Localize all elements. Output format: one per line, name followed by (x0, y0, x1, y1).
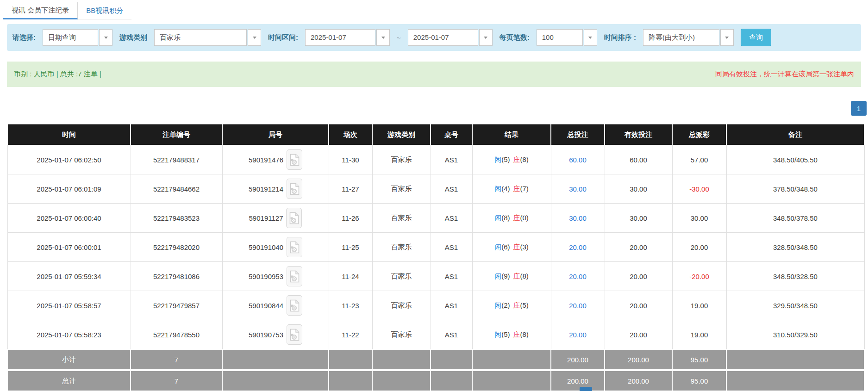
summary-total-bet: 200.00 (551, 349, 605, 370)
cell-result: 闲(9)庄(8) (472, 262, 551, 291)
total-bet-link[interactable]: 20.00 (569, 273, 587, 280)
tab-video-member-bet-records[interactable]: 视讯 会员下注纪录 (3, 2, 78, 19)
film-icon (290, 241, 300, 254)
summary-payout: 95.00 (672, 370, 726, 391)
round-number: 590191040 (249, 243, 283, 251)
query-type-value[interactable]: 日期查询 (43, 29, 98, 46)
cell-payout: 57.00 (672, 145, 726, 174)
page-size-select[interactable]: 100 (537, 29, 597, 46)
cell-time: 2025-01-07 06:02:50 (7, 145, 131, 174)
cell-bet-number: 522179479857 (131, 291, 222, 320)
chevron-down-icon[interactable] (248, 29, 261, 46)
total-bet-link[interactable]: 30.00 (569, 185, 587, 193)
summary-valid-bet: 200.00 (605, 349, 672, 370)
cell-table-id: AS1 (431, 145, 472, 174)
cell-result: 闲(8)庄(0) (472, 204, 551, 233)
chevron-down-icon[interactable] (99, 29, 112, 46)
search-button[interactable]: 查询 (741, 29, 771, 46)
time-sort-select[interactable]: 降幂(由大到小) (643, 29, 734, 46)
cell-bet-number: 522179478550 (131, 320, 222, 350)
cell-note: 348.50/405.50 (726, 145, 864, 174)
banker-result: 庄 (513, 272, 520, 280)
cell-time: 2025-01-07 06:00:40 (7, 204, 131, 233)
video-replay-button[interactable] (287, 179, 302, 199)
video-replay-button[interactable] (286, 208, 302, 228)
banker-result: 庄 (513, 214, 520, 222)
cell-session: 11-30 (329, 145, 372, 174)
cell-table-id: AS1 (431, 320, 472, 350)
cell-table-id: AS1 (431, 291, 472, 320)
video-replay-button[interactable] (287, 295, 302, 316)
cell-time: 2025-01-07 05:58:57 (7, 291, 131, 320)
cell-valid-bet: 30.00 (605, 204, 672, 233)
player-result: 闲 (494, 243, 501, 251)
table-row: 2025-01-07 05:58:23 522179478550 5901907… (7, 320, 864, 350)
table-row: 2025-01-07 06:01:09 522179484662 5901912… (7, 174, 864, 204)
total-bet-link[interactable]: 20.00 (569, 331, 587, 339)
round-number: 590190753 (249, 331, 283, 339)
tab-bb-video-points[interactable]: BB视讯积分 (78, 2, 131, 19)
chevron-down-icon[interactable] (376, 29, 390, 46)
video-replay-button[interactable] (287, 266, 302, 286)
column-header: 结果 (472, 124, 551, 145)
cell-session: 11-26 (329, 204, 372, 233)
column-header: 总派彩 (672, 124, 726, 145)
chevron-down-icon[interactable] (479, 29, 493, 46)
cell-total-bet: 20.00 (551, 291, 605, 320)
round-number: 590191476 (249, 156, 283, 164)
date-range-separator: ~ (397, 34, 401, 42)
table-row: 2025-01-07 06:00:01 522179482020 5901910… (7, 233, 864, 262)
player-result: 闲 (494, 185, 501, 192)
date-from-value[interactable]: 2025-01-07 (305, 29, 375, 46)
cell-total-bet: 20.00 (551, 233, 605, 262)
partial-bottom-element[interactable] (580, 387, 592, 391)
cell-session: 11-27 (329, 174, 372, 204)
column-header: 桌号 (431, 124, 472, 145)
video-replay-button[interactable] (287, 324, 302, 345)
tab-bar: 视讯 会员下注纪录 BB视讯积分 (3, 2, 868, 19)
cell-round-number: 590191127 (222, 204, 329, 233)
banker-result: 庄 (513, 185, 520, 192)
date-from-select[interactable]: 2025-01-07 (305, 29, 390, 46)
cell-round-number: 590190953 (222, 262, 329, 291)
cell-game-type: 百家乐 (372, 291, 431, 320)
cell-payout: -30.00 (672, 174, 726, 204)
summary-row: 总计 7 200.00 200.00 95.00 (7, 370, 864, 391)
column-header: 时间 (7, 124, 131, 145)
cell-note: 329.50/348.50 (726, 291, 864, 320)
cell-payout: 19.00 (672, 320, 726, 350)
cell-bet-number: 522179484662 (131, 174, 222, 204)
total-bet-link[interactable]: 60.00 (569, 156, 587, 164)
game-type-value[interactable]: 百家乐 (154, 29, 247, 46)
total-bet-link[interactable]: 20.00 (569, 243, 587, 251)
video-replay-button[interactable] (287, 149, 302, 170)
cell-bet-number: 522179482020 (131, 233, 222, 262)
round-number: 590191127 (249, 214, 283, 222)
banker-result: 庄 (513, 155, 520, 163)
game-type-select[interactable]: 百家乐 (154, 29, 261, 46)
chevron-down-icon[interactable] (584, 29, 597, 46)
cell-session: 11-24 (329, 262, 372, 291)
query-type-select[interactable]: 日期查询 (43, 29, 112, 46)
player-result: 闲 (494, 301, 501, 309)
date-to-select[interactable]: 2025-01-07 (408, 29, 493, 46)
total-bet-link[interactable]: 20.00 (569, 302, 587, 310)
summary-total-bet: 200.00 (551, 370, 605, 391)
cell-table-id: AS1 (431, 174, 472, 204)
cell-game-type: 百家乐 (372, 174, 431, 204)
currency-total-text: 币别 : 人民币 | 总共 :7 注单 | (14, 70, 101, 79)
time-sort-value[interactable]: 降幂(由大到小) (643, 29, 719, 46)
chevron-down-icon[interactable] (720, 29, 734, 46)
date-to-value[interactable]: 2025-01-07 (408, 29, 478, 46)
table-header-row: 时间注单编号局号场次游戏类别桌号结果总投注有效投注总派彩备注 (7, 124, 864, 145)
cell-round-number: 590191214 (222, 174, 329, 204)
video-replay-button[interactable] (287, 237, 302, 257)
page-1-button[interactable]: 1 (851, 101, 867, 116)
banker-result: 庄 (513, 330, 520, 338)
total-bet-link[interactable]: 30.00 (569, 214, 587, 222)
cell-note: 328.50/348.50 (726, 233, 864, 262)
cell-result: 闲(2)庄(5) (472, 291, 551, 320)
page-size-value[interactable]: 100 (537, 29, 583, 46)
cell-valid-bet: 20.00 (605, 233, 672, 262)
summary-row: 小计 7 200.00 200.00 95.00 (7, 349, 864, 370)
